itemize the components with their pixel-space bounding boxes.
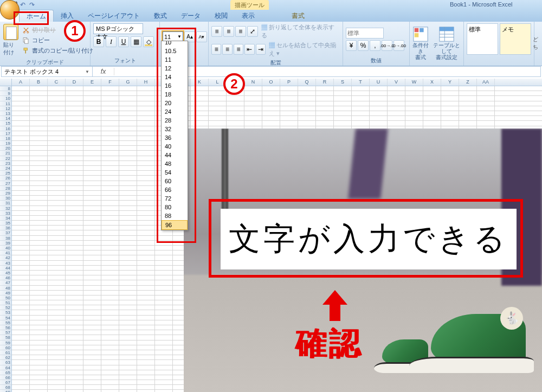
column-header[interactable]: E xyxy=(83,79,101,86)
row-header[interactable]: 64 xyxy=(0,365,11,370)
row-header[interactable]: 23 xyxy=(0,161,11,166)
row-header[interactable]: 63 xyxy=(0,360,11,365)
increase-indent-button[interactable]: ⇥ xyxy=(256,44,266,55)
tab-format-context[interactable]: 書式 xyxy=(285,10,312,22)
row-header[interactable]: 44 xyxy=(0,266,11,271)
cell-style-standard[interactable]: 標準 xyxy=(467,23,498,55)
merge-center-button[interactable]: ▦ セルを結合して中央揃え ▾ xyxy=(269,41,340,57)
bold-button[interactable]: B xyxy=(93,36,104,47)
font-size-option[interactable]: 10.5 xyxy=(162,47,188,55)
row-header[interactable]: 57 xyxy=(0,330,11,335)
column-header[interactable]: O xyxy=(262,79,280,86)
wrap-text-button[interactable]: ▦ 折り返して全体を表示する xyxy=(261,23,340,40)
align-bottom-button[interactable]: ≡ xyxy=(235,26,246,37)
tab-view[interactable]: 表示 xyxy=(235,10,262,22)
font-size-option[interactable]: 32 xyxy=(162,125,188,133)
row-header[interactable]: 26 xyxy=(0,176,11,181)
text-box-shape[interactable]: 文字が入力できる xyxy=(221,209,517,269)
fill-color-button[interactable]: ◇ xyxy=(143,36,154,47)
decrease-font-button[interactable]: A▾ xyxy=(196,31,207,42)
format-as-table-button[interactable]: テーブルとして 書式設定 xyxy=(432,26,461,60)
column-header[interactable]: Z xyxy=(459,79,477,86)
font-size-option[interactable]: 88 xyxy=(162,211,188,220)
font-size-option[interactable]: 11 xyxy=(162,55,188,64)
font-size-option[interactable]: 14 xyxy=(162,73,188,81)
row-header[interactable]: 11 xyxy=(0,101,11,106)
row-header[interactable]: 27 xyxy=(0,181,11,186)
font-size-option[interactable]: 60 xyxy=(162,177,188,185)
font-size-option[interactable]: 18 xyxy=(162,90,188,99)
undo-icon[interactable]: ↶ xyxy=(19,1,27,9)
row-header[interactable]: 48 xyxy=(0,286,11,291)
row-header[interactable]: 25 xyxy=(0,171,11,176)
row-header[interactable]: 15 xyxy=(0,121,11,126)
column-header[interactable]: F xyxy=(101,79,119,86)
column-header[interactable]: H xyxy=(137,79,155,86)
row-header[interactable]: 33 xyxy=(0,211,11,216)
align-middle-button[interactable]: ≡ xyxy=(223,26,234,37)
cell-style-more[interactable]: どち xyxy=(533,23,538,63)
column-header[interactable]: C xyxy=(48,79,66,86)
currency-button[interactable]: ¥ xyxy=(346,40,357,51)
align-right-button[interactable]: ≡ xyxy=(234,44,243,55)
row-header[interactable]: 34 xyxy=(0,216,11,221)
font-size-option[interactable]: 28 xyxy=(162,116,188,125)
paste-button[interactable]: 貼り付け xyxy=(3,23,19,57)
column-header[interactable]: G xyxy=(119,79,137,86)
row-header[interactable]: 54 xyxy=(0,316,11,320)
column-header[interactable]: Y xyxy=(441,79,459,86)
row-header[interactable]: 66 xyxy=(0,375,11,380)
row-header[interactable]: 62 xyxy=(0,355,11,360)
row-header[interactable]: 16 xyxy=(0,126,11,131)
tab-formulas[interactable]: 数式 xyxy=(147,10,174,22)
row-header[interactable]: 20 xyxy=(0,146,11,151)
number-format-combo[interactable]: 標準 xyxy=(346,28,384,38)
comma-button[interactable]: , xyxy=(370,40,380,51)
row-header[interactable]: 17 xyxy=(0,131,11,136)
row-header[interactable]: 22 xyxy=(0,156,11,161)
row-header[interactable]: 30 xyxy=(0,196,11,201)
row-header[interactable]: 55 xyxy=(0,320,11,325)
row-header[interactable]: 13 xyxy=(0,111,11,116)
row-header[interactable]: 18 xyxy=(0,136,11,141)
row-header[interactable]: 14 xyxy=(0,116,11,121)
cell-style-memo[interactable]: メモ xyxy=(500,23,531,55)
column-header[interactable]: B xyxy=(30,79,48,86)
row-header[interactable]: 32 xyxy=(0,206,11,211)
font-size-option[interactable]: 10 xyxy=(162,41,188,47)
align-top-button[interactable]: ≡ xyxy=(211,26,222,37)
row-header[interactable]: 28 xyxy=(0,186,11,191)
tab-review[interactable]: 校閲 xyxy=(208,10,235,22)
column-header[interactable]: T xyxy=(352,79,370,86)
row-header[interactable]: 19 xyxy=(0,141,11,146)
column-header[interactable]: A xyxy=(12,79,30,86)
column-header[interactable]: W xyxy=(405,79,423,86)
row-header[interactable]: 51 xyxy=(0,300,11,305)
row-header[interactable]: 58 xyxy=(0,335,11,340)
tab-page-layout[interactable]: ページレイアウト xyxy=(81,10,147,22)
column-header[interactable]: D xyxy=(66,79,83,86)
column-header[interactable]: N xyxy=(244,79,262,86)
underline-button[interactable]: U xyxy=(118,36,129,47)
fx-button[interactable]: fx xyxy=(93,68,114,75)
row-header[interactable]: 36 xyxy=(0,226,11,230)
row-header[interactable]: 68 xyxy=(0,385,11,390)
row-header[interactable]: 46 xyxy=(0,275,11,280)
font-size-option[interactable]: 80 xyxy=(162,203,188,211)
font-size-option[interactable]: 48 xyxy=(162,159,188,168)
row-header[interactable]: 9 xyxy=(0,91,11,96)
row-header[interactable]: 42 xyxy=(0,255,11,260)
row-header[interactable]: 35 xyxy=(0,221,11,226)
row-header[interactable]: 29 xyxy=(0,191,11,196)
format-painter-button[interactable]: 書式のコピー/貼り付け xyxy=(22,47,93,55)
decrease-indent-button[interactable]: ⇤ xyxy=(244,44,254,55)
column-header[interactable]: V xyxy=(388,79,405,86)
column-header[interactable]: S xyxy=(334,79,352,86)
row-header[interactable]: 31 xyxy=(0,201,11,205)
row-header[interactable]: 65 xyxy=(0,370,11,375)
name-box[interactable]: テキスト ボックス 4▼ xyxy=(2,67,93,76)
font-size-option[interactable]: 20 xyxy=(162,99,188,107)
row-header[interactable]: 50 xyxy=(0,295,11,300)
row-header[interactable]: 60 xyxy=(0,345,11,350)
row-header[interactable]: 8 xyxy=(0,86,11,91)
